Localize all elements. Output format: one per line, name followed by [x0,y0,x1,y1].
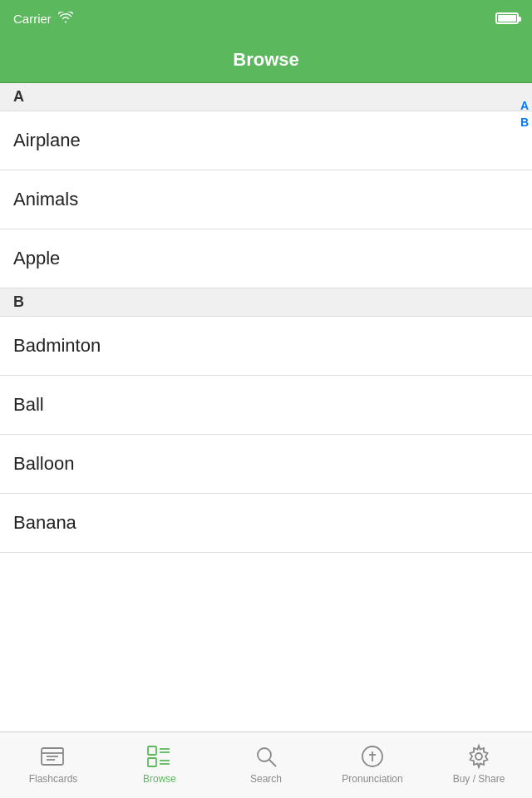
list-item-apple[interactable]: Apple [0,229,532,288]
tab-search-label: Search [250,773,282,785]
list-item-banana[interactable]: Banana [0,494,532,553]
tab-pronunciation[interactable]: Pronunciation [319,732,426,798]
list-item-balloon[interactable]: Balloon [0,435,532,494]
battery-icon [495,12,519,24]
svg-rect-7 [148,758,156,766]
list-item-ball[interactable]: Ball [0,376,532,435]
tab-search[interactable]: Search [213,732,319,798]
section-header-a: A [0,83,532,111]
tab-browse-label: Browse [143,773,176,785]
tab-bar: Flashcards Browse Search [0,732,532,798]
status-bar-left: Carrier [13,12,73,26]
search-icon [253,743,279,770]
tab-browse[interactable]: Browse [106,732,213,798]
wifi-icon [58,12,73,26]
alpha-index: A B [520,83,529,128]
list-item-badminton[interactable]: Badminton [0,317,532,376]
nav-bar: Browse [0,37,532,83]
status-bar: Carrier [0,0,532,37]
tab-flashcards-label: Flashcards [29,773,78,785]
svg-rect-4 [148,746,156,755]
gear-icon [466,743,492,770]
list-item-animals[interactable]: Animals [0,170,532,229]
alpha-index-a[interactable]: A [520,100,529,111]
browse-list: A Airplane Animals Apple B Badminton Bal… [0,83,532,732]
list-item-airplane[interactable]: Airplane [0,111,532,170]
pronunciation-icon [359,743,386,770]
alpha-index-b[interactable]: B [520,116,529,128]
svg-point-10 [258,748,271,761]
tab-buy-share-label: Buy / Share [453,773,505,785]
svg-line-11 [269,760,276,766]
flashcards-icon [40,743,66,770]
tab-buy-share[interactable]: Buy / Share [426,732,532,798]
svg-point-15 [475,753,482,760]
carrier-label: Carrier [13,12,52,26]
page-title: Browse [233,49,298,71]
tab-flashcards[interactable]: Flashcards [0,732,106,798]
browse-icon [146,743,173,770]
tab-pronunciation-label: Pronunciation [342,773,402,785]
section-header-b: B [0,288,532,317]
